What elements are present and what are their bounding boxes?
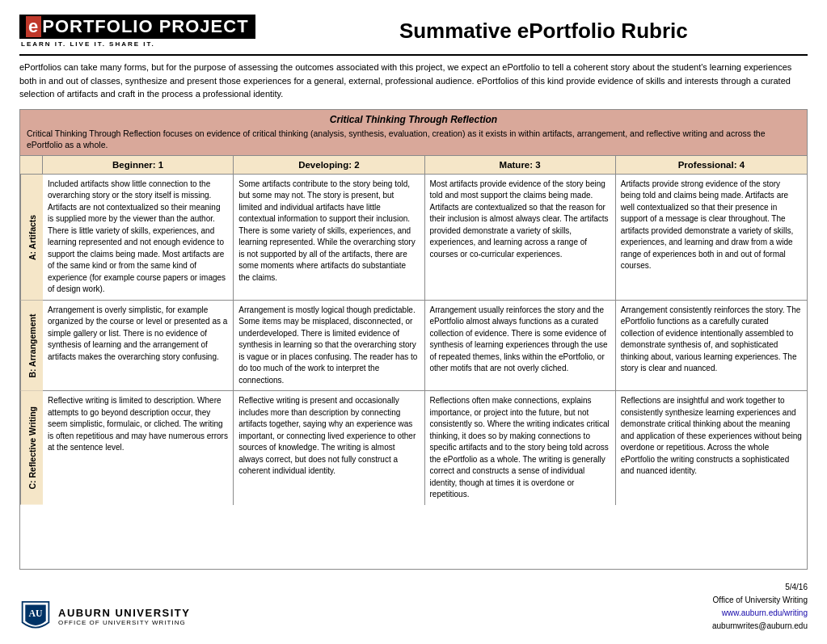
arrangement-mature: Arrangement usually reinforces the story… <box>425 301 616 391</box>
col-header-developing: Developing: 2 <box>234 156 424 174</box>
row-label-arrangement: B: Arrangement <box>20 301 43 391</box>
col-header-professional: Professional: 4 <box>616 156 807 174</box>
rubric-table: Critical Thinking Through Reflection Cri… <box>19 109 808 570</box>
section-description: Critical Thinking Through Reflection foc… <box>27 128 800 151</box>
page: e PORTFOLIO PROJECT LEARN IT. LIVE IT. S… <box>0 0 827 644</box>
header: e PORTFOLIO PROJECT LEARN IT. LIVE IT. S… <box>19 15 808 56</box>
artifacts-developing: Some artifacts contribute to the story b… <box>234 175 424 300</box>
row-arrangement: B: Arrangement Arrangement is overly sim… <box>20 301 807 392</box>
page-title: Summative ePortfolio Rubric <box>280 19 808 44</box>
header-empty-cell <box>20 156 43 174</box>
section-header: Critical Thinking Through Reflection Cri… <box>20 110 807 156</box>
reflective-developing: Reflective writing is present and occasi… <box>234 391 424 505</box>
col-header-beginner: Beginner: 1 <box>43 156 234 174</box>
reflective-beginner: Reflective writing is limited to descrip… <box>43 391 234 505</box>
column-headers: Beginner: 1 Developing: 2 Mature: 3 Prof… <box>20 156 807 175</box>
footer-office: Office of University Writing <box>712 594 808 607</box>
logo-main: e PORTFOLIO PROJECT <box>19 15 255 39</box>
intro-paragraph: ePortfolios can take many forms, but for… <box>19 61 808 101</box>
footer-email: auburnwrites@auburn.edu <box>712 620 808 633</box>
logo-block: e PORTFOLIO PROJECT LEARN IT. LIVE IT. S… <box>19 15 255 48</box>
artifacts-beginner: Included artifacts show little connectio… <box>43 175 234 300</box>
reflective-mature: Reflections often make connections, expl… <box>425 391 616 505</box>
arrangement-beginner: Arrangement is overly simplistic, for ex… <box>43 301 234 391</box>
col-header-mature: Mature: 3 <box>425 156 616 174</box>
footer-logo-block: AU AUBURN UNIVERSITY OFFICE OF UNIVERSIT… <box>19 600 190 633</box>
artifacts-professional: Artifacts provide strong evidence of the… <box>616 175 807 300</box>
footer-website-link[interactable]: www.auburn.edu/writing <box>722 608 808 617</box>
row-artifacts: A: Artifacts Included artifacts show lit… <box>20 175 807 301</box>
footer-university-info: AUBURN UNIVERSITY OFFICE OF UNIVERSITY W… <box>58 607 190 626</box>
arrangement-developing: Arrangement is mostly logical though pre… <box>234 301 424 391</box>
artifacts-mature: Most artifacts provide evidence of the s… <box>425 175 616 300</box>
row-label-reflective-writing: C: Reflective Writing <box>20 391 43 505</box>
arrangement-professional: Arrangement consistently reinforces the … <box>616 301 807 391</box>
university-sub: OFFICE OF UNIVERSITY WRITING <box>58 619 190 626</box>
auburn-shield-icon: AU <box>19 600 52 633</box>
row-reflective-writing: C: Reflective Writing Reflective writing… <box>20 391 807 505</box>
footer-right-block: 5/4/16 Office of University Writing www.… <box>712 581 808 633</box>
section-title: Critical Thinking Through Reflection <box>27 114 800 125</box>
logo-e-letter: e <box>26 16 41 37</box>
logo-text: PORTFOLIO PROJECT <box>42 16 248 37</box>
footer: AU AUBURN UNIVERSITY OFFICE OF UNIVERSIT… <box>19 578 808 633</box>
svg-text:AU: AU <box>28 608 43 619</box>
footer-website: www.auburn.edu/writing <box>712 607 808 620</box>
reflective-professional: Reflections are insightful and work toge… <box>616 391 807 505</box>
logo-tagline: LEARN IT. LIVE IT. SHARE IT. <box>19 40 155 48</box>
row-label-artifacts: A: Artifacts <box>20 175 43 300</box>
university-name: AUBURN UNIVERSITY <box>58 607 190 619</box>
footer-date: 5/4/16 <box>712 581 808 594</box>
